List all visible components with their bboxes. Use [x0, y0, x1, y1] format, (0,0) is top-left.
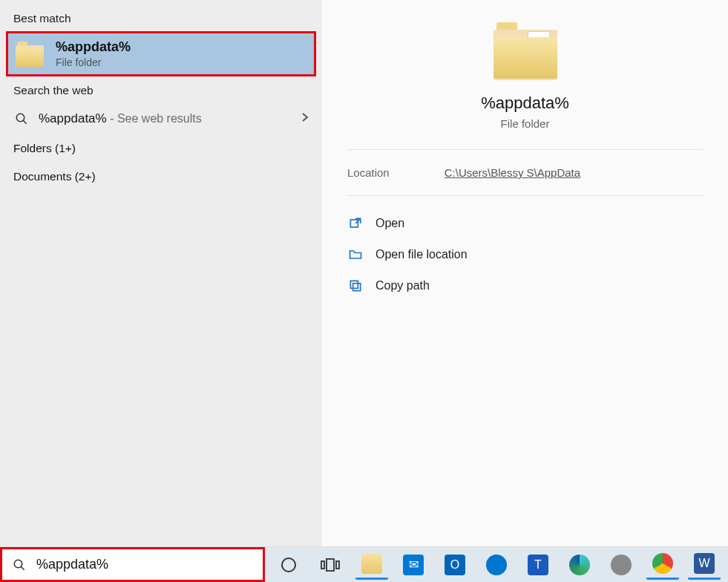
category-documents[interactable]: Documents (2+) [0, 163, 322, 191]
search-results-panel: Best match %appdata% File folder Search … [0, 0, 322, 546]
taskbar-app-explorer[interactable] [355, 550, 388, 580]
action-open[interactable]: Open [340, 209, 710, 238]
web-result-suffix: - See web results [107, 112, 202, 125]
folder-icon [493, 22, 557, 80]
preview-title: %appdata% [481, 94, 569, 113]
svg-rect-2 [350, 220, 358, 227]
search-box[interactable] [0, 547, 265, 582]
taskbar-app-word[interactable]: W [688, 550, 721, 580]
cortana-button[interactable] [272, 550, 305, 580]
location-row: Location C:\Users\Blessy S\AppData [322, 150, 728, 195]
preview-subtitle: File folder [501, 117, 550, 130]
action-open-label: Open [376, 217, 404, 230]
action-copy-path[interactable]: Copy path [340, 272, 710, 300]
copy-icon [347, 278, 364, 294]
svg-point-6 [14, 560, 22, 568]
open-icon [347, 215, 364, 232]
svg-rect-9 [321, 561, 324, 569]
taskbar-app-outlook[interactable]: O [439, 550, 471, 580]
web-result-query: %appdata% [39, 111, 107, 125]
folder-icon [16, 42, 44, 67]
svg-line-1 [23, 120, 27, 124]
taskbar-app-dell[interactable] [480, 550, 513, 580]
taskbar-app-edge[interactable] [563, 550, 596, 580]
taskbar-app-mail[interactable]: ✉ [397, 550, 430, 580]
svg-line-7 [21, 566, 24, 570]
chevron-right-icon [301, 112, 309, 125]
svg-rect-10 [327, 559, 334, 571]
web-search-result[interactable]: %appdata% - See web results [0, 103, 322, 134]
action-open-file-location-label: Open file location [376, 248, 468, 261]
svg-point-0 [16, 114, 24, 122]
folder-open-icon [347, 246, 364, 263]
web-result-text: %appdata% - See web results [39, 111, 202, 126]
action-open-file-location[interactable]: Open file location [340, 241, 710, 269]
taskbar: ✉ O T W [0, 546, 728, 582]
taskbar-app-chrome[interactable] [646, 550, 679, 580]
location-link[interactable]: C:\Users\Blessy S\AppData [445, 166, 580, 179]
search-input[interactable] [36, 557, 254, 572]
taskbar-app-avatar[interactable] [605, 550, 637, 580]
best-match-header: Best match [0, 4, 322, 31]
best-match-result[interactable]: %appdata% File folder [6, 31, 316, 76]
action-copy-path-label: Copy path [376, 279, 430, 292]
location-label: Location [347, 166, 390, 179]
svg-rect-11 [336, 561, 339, 569]
task-view-button[interactable] [314, 550, 347, 580]
search-web-header: Search the web [0, 76, 322, 103]
best-match-title: %appdata% [56, 39, 131, 55]
svg-point-8 [282, 558, 295, 572]
preview-panel: %appdata% File folder Location C:\Users\… [322, 0, 728, 546]
svg-rect-5 [350, 281, 358, 288]
svg-rect-4 [353, 284, 361, 291]
taskbar-app-teams[interactable]: T [522, 550, 554, 580]
search-icon [13, 111, 30, 127]
best-match-subtitle: File folder [56, 56, 131, 68]
search-icon [11, 557, 27, 573]
category-folders[interactable]: Folders (1+) [0, 134, 322, 163]
